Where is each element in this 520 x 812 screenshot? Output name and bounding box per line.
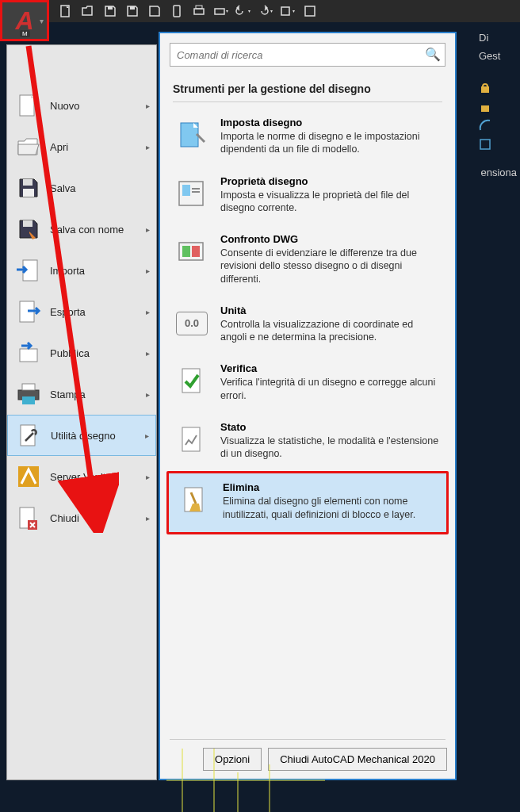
save-disk-icon xyxy=(13,173,44,203)
item-title: Proprietà disegno xyxy=(220,175,442,187)
options-button[interactable]: Opzioni xyxy=(203,748,262,771)
submenu-item-audit[interactable]: Verifica Verifica l'integrità di un dise… xyxy=(166,354,449,413)
audit-icon xyxy=(173,362,211,400)
purge-broom-icon xyxy=(175,481,213,519)
open-folder-icon xyxy=(13,132,44,162)
menu-item-save[interactable]: Salva xyxy=(7,167,156,209)
svg-rect-9 xyxy=(481,86,489,93)
template-save-icon[interactable] xyxy=(144,2,165,20)
svg-rect-24 xyxy=(22,384,35,390)
arc-icon[interactable] xyxy=(478,118,495,136)
chevron-down-icon: ▾ xyxy=(40,17,44,25)
compare-icon xyxy=(173,233,211,271)
menu-label: Stampa xyxy=(50,389,146,400)
svg-rect-25 xyxy=(22,396,35,404)
menu-label: Esporta xyxy=(50,306,146,318)
svg-rect-4 xyxy=(194,9,204,14)
save-as-disk-icon xyxy=(13,214,44,244)
menu-item-server-vault[interactable]: Server Vault ▸ xyxy=(7,456,156,497)
application-menu-button[interactable]: A M ▾ xyxy=(0,0,49,41)
menu-label: Server Vault xyxy=(50,471,146,483)
svg-rect-6 xyxy=(215,9,224,14)
submenu-item-dwg-compare[interactable]: Confronto DWG Consente di evidenziare le… xyxy=(166,225,449,297)
svg-rect-7 xyxy=(281,7,289,15)
search-input[interactable] xyxy=(170,43,445,67)
menu-item-save-as[interactable]: Salva con nome ▸ xyxy=(7,209,156,250)
svg-rect-11 xyxy=(480,140,490,149)
status-icon xyxy=(173,421,211,459)
save-icon[interactable] xyxy=(100,2,120,20)
close-app-button[interactable]: Chiudi AutoCAD Mechanical 2020 xyxy=(268,748,447,771)
search-icon[interactable]: 🔍 xyxy=(425,47,441,62)
svg-rect-37 xyxy=(192,246,200,257)
submenu-item-status[interactable]: Stato Visualizza le statistiche, le moda… xyxy=(166,413,449,472)
export-icon xyxy=(13,297,44,327)
dim-icon[interactable] xyxy=(478,137,495,155)
application-menu: Nuovo ▸ Apri ▸ Salva Salva con nome ▸ Im… xyxy=(6,44,157,780)
item-title: Stato xyxy=(220,421,442,433)
submenu-item-purge[interactable]: Elimina Elimina dal disegno gli elementi… xyxy=(166,471,449,534)
submenu-item-units[interactable]: 0.0 Unità Controlla la visualizzazione d… xyxy=(166,297,449,355)
menu-item-close[interactable]: Chiudi ▸ xyxy=(7,497,156,538)
bottom-button-row: Opzioni Chiudi AutoCAD Mechanical 2020 xyxy=(203,748,447,771)
item-title: Unità xyxy=(220,304,442,316)
svg-rect-33 xyxy=(192,188,200,190)
svg-rect-17 xyxy=(23,179,32,186)
ribbon-icons-partial xyxy=(477,79,517,155)
share-icon[interactable] xyxy=(277,2,298,20)
menu-label: Salva con nome xyxy=(50,224,146,236)
menu-label: Pubblica xyxy=(50,347,146,359)
menu-item-open[interactable]: Apri ▸ xyxy=(7,126,156,167)
submenu-item-drawing-properties[interactable]: Proprietà disegno Imposta e visualizza l… xyxy=(166,167,449,226)
svg-rect-8 xyxy=(305,6,315,16)
lock-icon[interactable] xyxy=(478,80,495,98)
svg-rect-39 xyxy=(182,427,200,451)
svg-rect-19 xyxy=(23,220,32,227)
open-icon[interactable] xyxy=(78,2,98,20)
properties-icon xyxy=(173,175,211,213)
item-title: Confronto DWG xyxy=(220,233,442,245)
menu-label: Chiudi xyxy=(50,512,146,524)
item-desc: Elimina dal disegno gli elementi con nom… xyxy=(223,495,440,521)
new-file-icon xyxy=(13,90,44,121)
menu-item-print[interactable]: Stampa ▸ xyxy=(7,373,156,415)
chevron-right-icon: ▸ xyxy=(146,390,150,399)
chevron-right-icon: ▸ xyxy=(145,431,149,440)
new-icon[interactable] xyxy=(55,2,76,20)
svg-rect-1 xyxy=(108,6,113,10)
menu-label: Apri xyxy=(50,141,146,153)
chevron-right-icon: ▸ xyxy=(146,102,150,110)
item-desc: Visualizza le statistiche, le modalità e… xyxy=(220,435,442,461)
utilities-submenu: 🔍 Strumenti per la gestione del disegno … xyxy=(159,32,457,780)
item-desc: Consente di evidenziare le differenze tr… xyxy=(220,247,442,285)
close-file-icon xyxy=(13,503,44,533)
utilities-icon xyxy=(14,420,44,450)
lock-icon-2[interactable] xyxy=(478,99,495,117)
print-icon[interactable] xyxy=(189,2,209,20)
search-box: 🔍 xyxy=(170,43,445,67)
redo-icon[interactable] xyxy=(255,2,276,20)
svg-rect-3 xyxy=(174,6,180,17)
chevron-right-icon: ▸ xyxy=(146,473,150,481)
device-icon[interactable] xyxy=(166,2,187,20)
submenu-item-drawing-setup[interactable]: Imposta disegno Importa le norme di dise… xyxy=(166,109,449,167)
units-icon: 0.0 xyxy=(173,304,211,343)
undo-icon[interactable] xyxy=(233,2,254,20)
publish-icon xyxy=(13,338,44,368)
menu-item-export[interactable]: Esporta ▸ xyxy=(7,291,156,332)
menu-item-new[interactable]: Nuovo ▸ xyxy=(7,85,156,126)
svg-rect-34 xyxy=(192,191,200,193)
submenu-header: Strumenti per la gestione del disegno xyxy=(160,76,455,98)
menu-label: Nuovo xyxy=(50,100,146,112)
ribbon-label-partial: ensiona xyxy=(480,167,517,178)
properties-icon[interactable] xyxy=(300,2,320,20)
menu-item-import[interactable]: Importa ▸ xyxy=(7,250,156,291)
drawing-setup-icon xyxy=(173,117,211,155)
menu-item-drawing-utilities[interactable]: Utilità disegno ▸ xyxy=(7,415,156,456)
chevron-right-icon: ▸ xyxy=(146,266,150,275)
quick-access-toolbar xyxy=(0,0,520,22)
menu-item-publish[interactable]: Pubblica ▸ xyxy=(7,332,156,373)
svg-rect-22 xyxy=(20,349,37,362)
save-as-icon[interactable] xyxy=(122,2,143,20)
print-dropdown-icon[interactable] xyxy=(211,2,231,20)
